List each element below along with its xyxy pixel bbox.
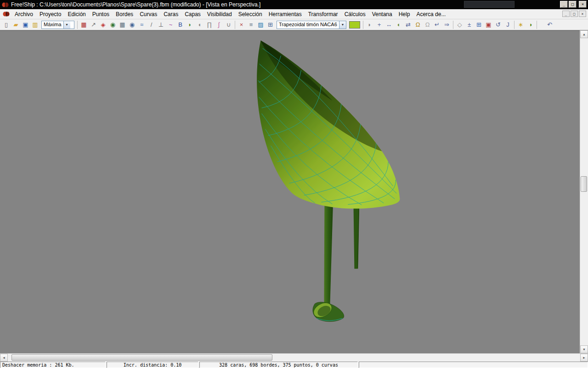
new-point-icon[interactable]: ◇ [455, 20, 464, 29]
horizontal-scroll-track[interactable] [8, 354, 580, 362]
minimize-button-glyph: _ [563, 2, 565, 6]
minimize-button[interactable]: _ [560, 1, 568, 8]
scroll-right-button[interactable]: ► [580, 354, 588, 362]
intersect-layers-icon[interactable]: ↔ [384, 20, 394, 29]
menu-curvas[interactable]: Curvas [136, 10, 160, 19]
layers-list-icon[interactable]: ≡ [246, 20, 256, 29]
maximize-button[interactable]: □ [569, 1, 577, 8]
horizontal-scrollbar[interactable]: ◄ ► [0, 353, 588, 362]
undo-icon[interactable]: ↶ [545, 20, 554, 29]
scroll-down-button[interactable]: ▼ [580, 345, 588, 353]
mdi-window-controls: _□× [561, 11, 586, 17]
fair-curve-icon[interactable]: J [503, 20, 513, 29]
insert-plane-icon[interactable]: + [374, 20, 384, 29]
active-layer-combobox[interactable]: Trapezoidal timón NACA6 ▼ [277, 21, 346, 29]
mirror-icon[interactable]: ⇄ [403, 20, 413, 29]
menu-calculos[interactable]: Cálculos [341, 10, 369, 19]
show-stations-icon[interactable]: ◉ [108, 20, 118, 29]
project-line-icon[interactable]: ⇒ [442, 20, 452, 29]
menu-transformar[interactable]: Transformar [305, 10, 341, 19]
title-bar: Free!Ship : C:\Users\toni\Documents\Plan… [0, 0, 588, 9]
mdi-close-button-glyph: × [582, 12, 584, 16]
menu-visibilidad[interactable]: Visibilidad [204, 10, 235, 19]
show-waterlines-icon[interactable]: ≈ [137, 20, 147, 29]
horizontal-scroll-thumb[interactable] [11, 354, 272, 361]
flip-face-icon[interactable]: ◖ [394, 20, 403, 29]
wireframe-view-icon[interactable]: ◖ [195, 20, 204, 29]
new-point-icon-glyph: ◇ [458, 22, 462, 28]
chevron-down-icon[interactable]: ▼ [339, 21, 346, 29]
scroll-up-button[interactable]: ▲ [580, 30, 588, 38]
lock-points-icon[interactable]: Ω [413, 20, 423, 29]
show-control-net-icon-glyph: ▦ [81, 22, 86, 28]
menu-caras[interactable]: Caras [160, 10, 181, 19]
show-diagonals-icon[interactable]: / [147, 20, 156, 29]
developable-check-icon-glyph: ∏ [207, 22, 212, 28]
show-waterlines-icon-glyph: ≈ [140, 22, 143, 28]
toolbar-separator [77, 21, 78, 29]
layer-color-paint-icon[interactable]: ▨ [256, 20, 266, 29]
gauss-curvature-icon[interactable]: ∫ [214, 20, 224, 29]
show-control-net-icon[interactable]: ▦ [79, 20, 89, 29]
new-file-icon[interactable]: ▯ [1, 20, 11, 29]
menu-capas[interactable]: Capas [181, 10, 204, 19]
menu-acerca-de[interactable]: Acerca de... [413, 10, 449, 19]
vertical-scroll-track[interactable] [580, 38, 588, 345]
zebra-shade-icon[interactable]: ∪ [224, 20, 233, 29]
menu-ventana[interactable]: Ventana [369, 10, 396, 19]
menu-herramientas[interactable]: Herramientas [266, 10, 305, 19]
vertical-scrollbar[interactable]: ▲ ▼ [580, 30, 588, 353]
show-markers-icon[interactable]: B [175, 20, 185, 29]
unlock-points-icon[interactable]: Ω [423, 20, 432, 29]
mdi-minimize-button[interactable]: _ [562, 11, 570, 17]
insert-grid-icon-glyph: ⊞ [476, 22, 481, 28]
corner-point-icon[interactable]: ↵ [432, 20, 442, 29]
layer-dialog-icon[interactable]: ⊞ [266, 20, 275, 29]
precision-combobox[interactable]: Máxima ▼ [41, 21, 74, 29]
show-interior-edges-icon[interactable]: ◈ [98, 20, 108, 29]
refresh-shade-icon-glyph: ◑ [529, 22, 532, 28]
layer-color-swatch[interactable] [349, 21, 360, 29]
mdi-close-button[interactable]: × [579, 11, 586, 17]
move-face-icon[interactable]: ◗ [365, 20, 374, 29]
show-buttocks-icon[interactable]: ◉ [127, 20, 137, 29]
edit-mode-icon[interactable]: ↗ [89, 20, 98, 29]
menu-bordes[interactable]: Bordes [113, 10, 136, 19]
perspective-viewport[interactable] [0, 30, 580, 353]
menu-edicion[interactable]: Edición [64, 10, 89, 19]
check-model-icon[interactable]: ▣ [484, 20, 493, 29]
keel-fin [324, 196, 333, 305]
rotate-model-icon[interactable]: ↺ [493, 20, 503, 29]
save-file-icon[interactable]: ▣ [21, 20, 30, 29]
precision-value: Máxima [42, 21, 63, 29]
open-file-icon[interactable]: ▰ [11, 20, 21, 29]
developable-check-icon[interactable]: ∏ [204, 20, 214, 29]
shade-view-icon[interactable]: ◗ [185, 20, 195, 29]
show-interior-edges-icon-glyph: ◈ [101, 22, 106, 28]
menu-seleccion[interactable]: Selección [235, 10, 266, 19]
show-curvature-icon[interactable]: ~ [166, 20, 175, 29]
active-layer-value: Trapezoidal timón NACA6 [277, 21, 339, 29]
close-button[interactable]: × [579, 1, 587, 8]
collapse-point-icon[interactable]: ± [464, 20, 474, 29]
rotate-model-icon-glyph: ↺ [496, 22, 501, 28]
shade-view-icon-glyph: ◗ [188, 22, 192, 28]
undo-icon-glyph: ↶ [547, 22, 552, 28]
vertical-scroll-thumb[interactable] [581, 176, 587, 192]
zoom-extents-icon[interactable]: ∗ [516, 20, 526, 29]
chevron-down-icon[interactable]: ▼ [63, 21, 70, 29]
show-grid-icon[interactable]: ▦ [118, 20, 127, 29]
refresh-shade-icon[interactable]: ◑ [526, 20, 535, 29]
hull-3d-render [0, 31, 580, 353]
menu-proyecto[interactable]: Proyecto [36, 10, 64, 19]
menu-help[interactable]: Help [396, 10, 413, 19]
menu-puntos[interactable]: Puntos [89, 10, 113, 19]
mdi-restore-button[interactable]: □ [571, 11, 578, 17]
export-icon[interactable]: ▥ [30, 20, 40, 29]
delete-selection-icon[interactable]: × [237, 20, 246, 29]
menu-archivo[interactable]: Archivo [11, 10, 36, 19]
show-normals-icon[interactable]: ⊥ [156, 20, 166, 29]
insert-grid-icon[interactable]: ⊞ [474, 20, 484, 29]
scroll-left-button[interactable]: ◄ [0, 354, 8, 362]
show-buttocks-icon-glyph: ◉ [130, 22, 135, 28]
